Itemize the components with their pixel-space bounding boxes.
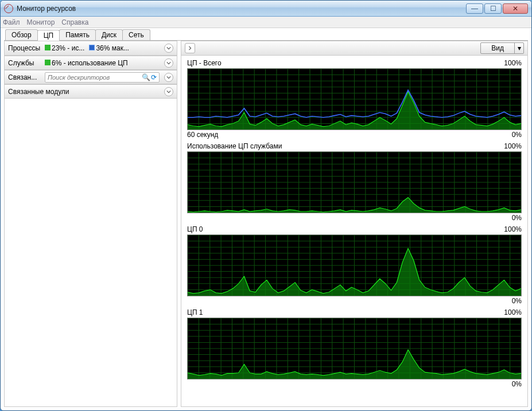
processes-usage-swatch: 23% - ис...	[45, 44, 84, 52]
chevron-down-icon[interactable]	[164, 87, 173, 96]
chevron-down-icon[interactable]	[164, 73, 173, 82]
panel-modules[interactable]: Связанные модули	[5, 84, 177, 99]
chart-xleft-label: 60 секунд	[187, 131, 218, 139]
titlebar[interactable]: Монитор ресурсов — ☐ ✕	[1, 1, 531, 17]
tab-network[interactable]: Сеть	[122, 29, 150, 40]
chart-max-label: 100%	[504, 59, 522, 67]
charts-header: Вид ▾	[181, 41, 527, 56]
panel-services[interactable]: Службы 6% - использование ЦП	[5, 56, 177, 70]
tab-cpu[interactable]: ЦП	[37, 30, 60, 41]
charts-area: ЦП - Всего100%60 секунд0%Использование Ц…	[181, 56, 527, 406]
panel-processes-label: Процессы	[8, 44, 40, 52]
chart-1: Использование ЦП службами100%0%	[187, 141, 522, 224]
panel-processes[interactable]: Процессы 23% - ис... 36% мак...	[5, 41, 177, 56]
menubar: Файл Монитор Справка	[1, 17, 531, 28]
chart-3: ЦП 1100%0%	[187, 307, 522, 390]
menu-help[interactable]: Справка	[61, 18, 88, 26]
search-input[interactable]	[46, 74, 142, 81]
chart-title: ЦП 1	[187, 308, 203, 316]
panel-handles[interactable]: Связан... 🔍 ⟳	[5, 70, 177, 84]
chart-0: ЦП - Всего100%60 секунд0%	[187, 58, 522, 141]
chevron-down-icon[interactable]	[164, 58, 173, 68]
close-button[interactable]: ✕	[503, 3, 528, 14]
app-window: Монитор ресурсов — ☐ ✕ Файл Монитор Спра…	[0, 0, 532, 411]
panel-handles-label: Связан...	[8, 73, 40, 81]
tab-overview[interactable]: Обзор	[5, 29, 38, 40]
search-icon[interactable]: 🔍	[142, 73, 150, 81]
tabstrip: Обзор ЦП Память Диск Сеть	[4, 28, 528, 41]
left-column: Процессы 23% - ис... 36% мак... Службы 6…	[4, 41, 177, 407]
maximize-button[interactable]: ☐	[484, 3, 502, 14]
window-title: Монитор ресурсов	[17, 5, 76, 13]
chevron-down-icon[interactable]	[164, 44, 173, 53]
chart-max-label: 100%	[504, 225, 522, 233]
search-handles: 🔍 ⟳	[45, 72, 160, 83]
chart-min-label: 0%	[512, 131, 522, 139]
menu-file[interactable]: Файл	[3, 18, 20, 26]
processes-max-swatch: 36% мак...	[89, 44, 129, 52]
window-buttons: — ☐ ✕	[465, 3, 528, 14]
panel-modules-label: Связанные модули	[8, 88, 69, 96]
collapse-charts-button[interactable]	[185, 43, 195, 53]
chart-canvas	[187, 234, 522, 296]
minimize-button[interactable]: —	[466, 3, 483, 14]
services-usage-swatch: 6% - использование ЦП	[45, 59, 128, 67]
chart-title: ЦП - Всего	[187, 59, 222, 67]
menu-monitor[interactable]: Монитор	[27, 18, 55, 26]
tab-disk[interactable]: Диск	[95, 29, 123, 40]
chart-canvas	[187, 68, 522, 130]
chart-canvas	[187, 151, 522, 213]
chart-max-label: 100%	[504, 308, 522, 316]
chart-canvas	[187, 318, 522, 379]
refresh-icon[interactable]: ⟳	[150, 73, 158, 81]
chart-2: ЦП 0100%0%	[187, 224, 522, 307]
chart-min-label: 0%	[512, 380, 522, 388]
content: Процессы 23% - ис... 36% мак... Службы 6…	[4, 41, 528, 407]
app-icon	[4, 4, 13, 13]
chart-min-label: 0%	[512, 297, 522, 305]
panel-services-label: Службы	[8, 59, 40, 67]
dropdown-arrow-icon: ▾	[514, 43, 523, 53]
view-button[interactable]: Вид ▾	[480, 42, 524, 54]
tab-memory[interactable]: Память	[59, 29, 96, 40]
chart-title: ЦП 0	[187, 225, 203, 233]
chart-title: Использование ЦП службами	[187, 142, 282, 150]
chart-min-label: 0%	[512, 214, 522, 222]
right-column: Вид ▾ ЦП - Всего100%60 секунд0%Использов…	[181, 41, 528, 407]
chart-max-label: 100%	[504, 142, 522, 150]
